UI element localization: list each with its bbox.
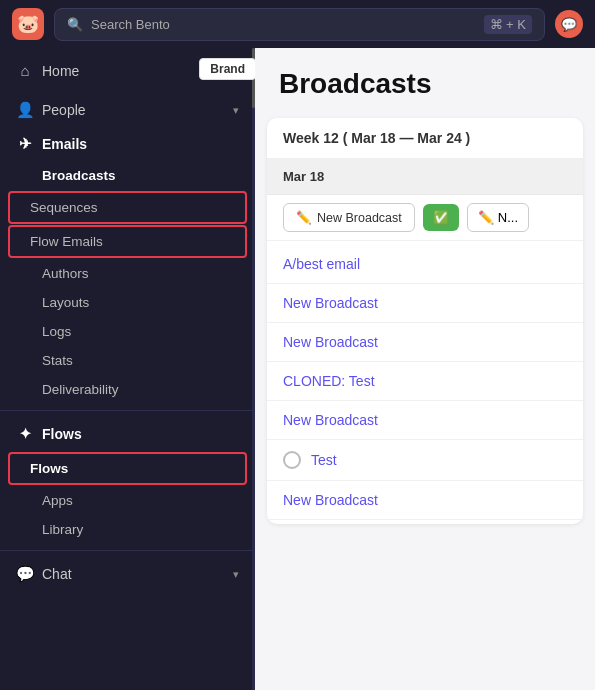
flows-icon: ✦ — [16, 425, 34, 443]
deliverability-label: Deliverability — [42, 382, 119, 397]
flows-sub-label: Flows — [30, 461, 68, 476]
page-title: Broadcasts — [279, 68, 571, 100]
list-item[interactable]: New Broadcast — [267, 481, 583, 520]
content-area: Broadcasts Week 12 ( Mar 18 — Mar 24 ) M… — [255, 48, 595, 690]
main-layout: Brand ⌂ Home 👤 People ▾ ✈ Emails Broadca… — [0, 48, 595, 690]
sidebar-sub-authors[interactable]: Authors — [0, 259, 255, 288]
week-header: Week 12 ( Mar 18 — Mar 24 ) — [267, 118, 583, 159]
sidebar-sub-flow-emails[interactable]: Flow Emails — [10, 227, 245, 256]
broadcasts-label: Broadcasts — [42, 168, 116, 183]
new-broadcast-button[interactable]: ✏️ New Broadcast — [283, 203, 415, 232]
sidebar-emails-label: Emails — [42, 136, 87, 152]
sidebar-item-people[interactable]: 👤 People ▾ — [0, 93, 255, 127]
library-label: Library — [42, 522, 83, 537]
broadcast-link[interactable]: New Broadcast — [283, 295, 378, 311]
list-item[interactable]: New Broadcast — [267, 284, 583, 323]
emails-icon: ✈ — [16, 135, 34, 153]
sidebar-sub-deliverability[interactable]: Deliverability — [0, 375, 255, 404]
brand-badge: Brand — [199, 58, 255, 80]
sidebar-flows-label: Flows — [42, 426, 82, 442]
topbar: 🐷 🔍 Search Bento ⌘ + K 💬 — [0, 0, 595, 48]
sidebar-divider-2 — [0, 550, 255, 551]
checkmark-button[interactable]: ✅ — [423, 204, 459, 231]
broadcast-link[interactable]: New Broadcast — [283, 492, 378, 508]
sidebar-sub-sequences[interactable]: Sequences — [10, 193, 245, 222]
sidebar-item-emails[interactable]: ✈ Emails — [0, 127, 255, 161]
list-item[interactable]: CLONED: Test — [267, 362, 583, 401]
sequences-label: Sequences — [30, 200, 98, 215]
content-header: Broadcasts — [255, 48, 595, 110]
broadcast-list: A/best email New Broadcast New Broadcast… — [267, 241, 583, 524]
sidebar-sub-broadcasts[interactable]: Broadcasts — [0, 161, 255, 190]
logs-label: Logs — [42, 324, 71, 339]
sidebar-item-chat[interactable]: 💬 Chat ▾ — [0, 557, 255, 591]
stats-label: Stats — [42, 353, 73, 368]
sidebar-sub-logs[interactable]: Logs — [0, 317, 255, 346]
sidebar-people-label: People — [42, 102, 86, 118]
sidebar-item-flows-header[interactable]: ✦ Flows — [0, 417, 255, 451]
chat-chevron: ▾ — [233, 568, 239, 581]
people-chevron: ▾ — [233, 104, 239, 117]
sidebar: Brand ⌂ Home 👤 People ▾ ✈ Emails Broadca… — [0, 48, 255, 690]
search-shortcut: ⌘ + K — [484, 15, 533, 34]
broadcast-link[interactable]: CLONED: Test — [283, 373, 375, 389]
calendar-section: Week 12 ( Mar 18 — Mar 24 ) Mar 18 ✏️ Ne… — [267, 118, 583, 524]
list-item[interactable]: New Broadcast — [267, 323, 583, 362]
search-icon: 🔍 — [67, 17, 83, 32]
status-circle-icon — [283, 451, 301, 469]
list-item[interactable]: A/best email — [267, 245, 583, 284]
new-broadcast-label: New Broadcast — [317, 211, 402, 225]
notification-icon[interactable]: 💬 — [555, 10, 583, 38]
flows-outline: Flows — [8, 452, 247, 485]
app-logo: 🐷 — [12, 8, 44, 40]
sidebar-home-label: Home — [42, 63, 79, 79]
layouts-label: Layouts — [42, 295, 89, 310]
edit-icon: ✏️ — [478, 210, 494, 225]
pencil-icon: ✏️ — [296, 210, 312, 225]
edit-label: N... — [498, 210, 518, 225]
sidebar-sub-library[interactable]: Library — [0, 515, 255, 544]
broadcast-link[interactable]: A/best email — [283, 256, 360, 272]
day-header: Mar 18 — [267, 159, 583, 195]
sequences-outline: Sequences — [8, 191, 247, 224]
list-item[interactable]: Test — [267, 440, 583, 481]
sidebar-chat-label: Chat — [42, 566, 72, 582]
sidebar-sub-layouts[interactable]: Layouts — [0, 288, 255, 317]
authors-label: Authors — [42, 266, 89, 281]
list-item[interactable]: New Broadcast — [267, 401, 583, 440]
people-icon: 👤 — [16, 101, 34, 119]
search-label: Search Bento — [91, 17, 170, 32]
sidebar-divider-1 — [0, 410, 255, 411]
check-icon: ✅ — [433, 210, 449, 225]
edit-button[interactable]: ✏️ N... — [467, 203, 529, 232]
broadcast-link[interactable]: New Broadcast — [283, 412, 378, 428]
apps-label: Apps — [42, 493, 73, 508]
broadcast-link[interactable]: New Broadcast — [283, 334, 378, 350]
sidebar-sub-flows[interactable]: Flows — [10, 454, 245, 483]
home-icon: ⌂ — [16, 62, 34, 79]
chat-icon: 💬 — [16, 565, 34, 583]
flow-emails-outline: Flow Emails — [8, 225, 247, 258]
sidebar-sub-stats[interactable]: Stats — [0, 346, 255, 375]
search-bar[interactable]: 🔍 Search Bento ⌘ + K — [54, 8, 545, 41]
broadcast-link[interactable]: Test — [311, 452, 337, 468]
new-broadcast-row: ✏️ New Broadcast ✅ ✏️ N... — [267, 195, 583, 241]
sidebar-sub-apps[interactable]: Apps — [0, 486, 255, 515]
flow-emails-label: Flow Emails — [30, 234, 103, 249]
